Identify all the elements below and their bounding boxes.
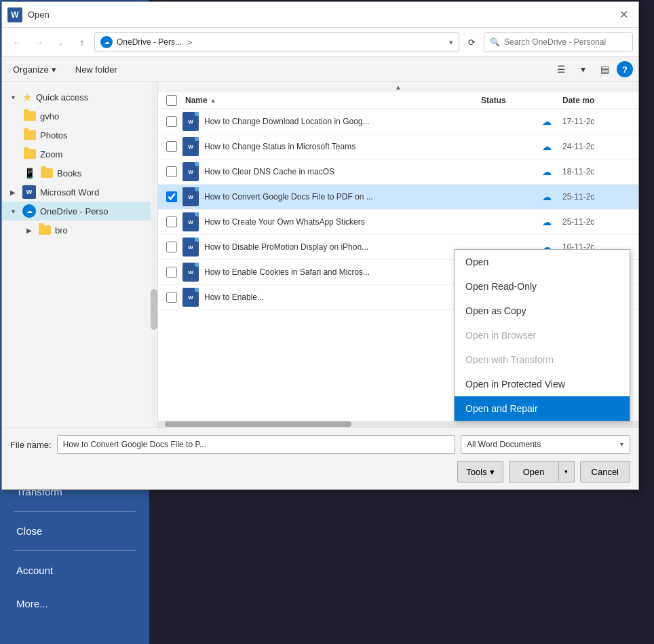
onedrive-address-icon: ☁ [100,36,113,48]
word-doc-icon-0: W [182,112,199,131]
cloud-status-icon-2: ☁ [537,166,557,177]
file-checkbox-7[interactable] [166,292,177,303]
bro-label: bro [55,225,68,235]
sidebar-item-gvho[interactable]: gvho [2,107,157,126]
organize-button[interactable]: Organize ▾ [7,62,62,77]
tools-button[interactable]: Tools ▾ [457,461,503,482]
col-header-date: Date mo [562,96,630,105]
filetype-wrapper: All Word Documents [461,435,630,454]
file-date-1: 24-11-2c [562,142,630,151]
gvho-folder-icon [24,111,36,121]
file-checkbox-3[interactable] [166,191,177,202]
search-input[interactable] [504,37,627,47]
dialog-title: Open [28,10,50,20]
sidebar-item-bro[interactable]: ▶ bro [2,221,157,240]
file-checkbox-6[interactable] [166,267,177,278]
onedrive-expand-icon[interactable]: ▾ [7,206,18,216]
file-name-0: How to Change Download Location in Goog.… [204,117,531,126]
sidebar-item-books[interactable]: 📱 Books [2,164,157,183]
books-label: Books [57,168,81,178]
bro-expand-icon[interactable]: ▶ [24,225,35,235]
file-row-2[interactable]: W How to Clear DNS Cache in macOS ☁ 18-1… [158,159,638,185]
quick-access-expand-icon[interactable]: ▾ [7,92,18,102]
open-menu-item-open[interactable]: Open [455,250,630,274]
sidebar-item-photos[interactable]: Photos [2,126,157,145]
view-icon-button[interactable]: ☰ [552,60,571,79]
file-name-1: How to Change Status in Microsoft Teams [204,142,531,151]
back-button[interactable]: ← [7,33,26,52]
photos-folder-icon [24,130,36,140]
word-logo-icon: W [7,7,22,22]
help-button[interactable]: ? [617,61,633,77]
address-caret: > [187,37,193,48]
sidebar-scrollbar-thumb[interactable] [151,289,157,330]
address-bar[interactable]: ☁ OneDrive - Pers... > ▾ [94,32,459,52]
word-sidebar-close[interactable]: Close [0,514,149,548]
onedrive-nav-icon: ☁ [22,204,36,218]
collapse-arrow-icon[interactable]: ▲ [158,82,638,92]
title-bar-left: W Open [7,7,50,22]
horizontal-scrollbar-thumb[interactable] [165,421,351,427]
up-button[interactable]: ↑ [73,33,92,52]
word-doc-icon-3: W [182,187,199,206]
nav-sidebar: ▾ ★ Quick access gvho Photos Zoom 📱 Book… [2,82,158,428]
quick-access-star-icon: ★ [22,91,32,104]
open-menu-item-as-copy[interactable]: Open as Copy [455,299,630,323]
filename-label: File name: [10,440,52,450]
open-menu-item-protected-view[interactable]: Open in Protected View [455,372,630,396]
file-name-4: How to Create Your Own WhatsApp Stickers [204,217,531,227]
filename-row: File name: All Word Documents [10,435,630,454]
dialog-close-button[interactable]: ✕ [614,5,633,24]
expand-button[interactable]: ⌄ [51,33,70,52]
forward-button[interactable]: → [29,33,48,52]
open-menu-item-read-only[interactable]: Open Read-Only [455,274,630,299]
filetype-select[interactable]: All Word Documents [461,435,630,454]
open-menu-item-in-browser: Open in Browser [455,323,630,347]
bottom-bar: File name: All Word Documents Tools ▾ Op… [2,428,638,489]
file-checkbox-0[interactable] [166,116,177,127]
horizontal-scrollbar[interactable] [158,421,638,428]
word-expand-icon[interactable]: ▶ [7,187,18,197]
address-chevron-icon[interactable]: ▾ [449,38,453,47]
file-name-3: How to Convert Google Docs File to PDF o… [204,192,531,202]
col-header-name[interactable]: Name ▲ [185,96,481,105]
organize-arrow-icon: ▾ [52,64,56,75]
file-checkbox-5[interactable] [166,242,177,252]
file-row-0[interactable]: W How to Change Download Location in Goo… [158,109,638,134]
view-arrow-button[interactable]: ▾ [573,60,592,79]
file-row-4[interactable]: W How to Create Your Own WhatsApp Sticke… [158,210,638,235]
action-row: Tools ▾ Open ▾ Cancel [10,461,630,482]
cloud-status-icon-1: ☁ [537,141,557,152]
gvho-label: gvho [40,111,59,121]
new-folder-button[interactable]: New folder [70,62,123,77]
select-all-checkbox[interactable] [166,95,177,106]
pane-button[interactable]: ▤ [595,60,614,79]
refresh-button[interactable]: ⟳ [462,33,481,52]
sidebar-item-zoom[interactable]: Zoom [2,145,157,164]
filename-input[interactable] [57,435,455,454]
cancel-button[interactable]: Cancel [580,461,630,482]
open-button[interactable]: Open [509,461,558,482]
sidebar-item-microsoft-word[interactable]: ▶ W Microsoft Word [2,183,157,202]
address-text: OneDrive - Pers... [117,37,182,47]
file-row-3[interactable]: W How to Convert Google Docs File to PDF… [158,185,638,210]
open-button-group: Open ▾ [509,461,575,482]
file-checkbox-2[interactable] [166,166,177,177]
open-menu-item-repair[interactable]: Open and Repair [455,396,630,421]
file-date-4: 25-11-2c [562,217,630,227]
open-dropdown-button[interactable]: ▾ [558,461,575,482]
sidebar-item-onedrive[interactable]: ▾ ☁ OneDrive - Perso [2,202,157,221]
sidebar-item-quick-access[interactable]: ▾ ★ Quick access [2,88,157,107]
file-date-0: 17-11-2c [562,117,630,126]
tools-arrow-icon: ▾ [490,467,495,477]
word-doc-icon-6: W [182,263,199,282]
cloud-status-icon-0: ☁ [537,116,557,127]
word-sidebar-account[interactable]: Account [0,554,149,587]
file-checkbox-1[interactable] [166,141,177,152]
title-bar: W Open ✕ [2,2,638,28]
file-checkbox-4[interactable] [166,216,177,227]
word-sidebar-more[interactable]: More... [0,587,149,620]
word-doc-icon-2: W [182,162,199,181]
search-box[interactable]: 🔍 [484,32,633,52]
file-row-1[interactable]: W How to Change Status in Microsoft Team… [158,134,638,159]
